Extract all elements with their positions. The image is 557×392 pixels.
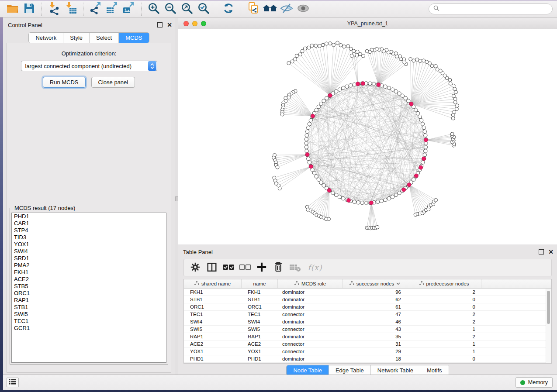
export-table-icon [106, 2, 119, 16]
mcds-result-item[interactable]: TEC1 [12, 318, 166, 325]
table-row[interactable]: STB1 STB1 dominator 62 0 [184, 296, 551, 303]
tab-node-table[interactable]: Node Table [287, 365, 329, 375]
toolbar-separator [83, 3, 83, 16]
table-row[interactable]: YOX1 YOX1 connector 29 1 [184, 348, 551, 355]
column-header[interactable]: successor nodes [343, 279, 407, 288]
table-settings-button[interactable] [188, 261, 202, 275]
refresh-view-button[interactable] [220, 2, 237, 16]
mcds-result-item[interactable]: FKH1 [12, 269, 166, 276]
node-table: shared name name MCDS role successor nod… [183, 279, 552, 364]
mcds-result-item[interactable]: CAR1 [12, 220, 166, 227]
float-panel-icon[interactable] [539, 249, 544, 254]
cell-mcds-role: dominator [278, 356, 343, 361]
mcds-result-item[interactable]: RAP1 [12, 297, 166, 304]
mcds-result-item[interactable]: ORC1 [12, 290, 166, 297]
table-row[interactable]: SWI5 SWI5 connector 43 1 [184, 326, 551, 333]
mcds-result-item[interactable]: GCR1 [12, 325, 166, 332]
close-panel-icon[interactable]: ✕ [167, 23, 172, 27]
mcds-result-item[interactable]: TID3 [12, 234, 166, 241]
mcds-result-item[interactable]: SRD1 [12, 255, 166, 262]
plus-icon [256, 262, 267, 274]
cell-mcds-role: dominator [278, 289, 343, 295]
table-row[interactable]: FKH1 FKH1 dominator 96 2 [184, 289, 551, 296]
table-row[interactable]: SWI4 SWI4 dominator 46 2 [184, 318, 551, 326]
memory-button[interactable]: Memory [515, 377, 553, 388]
cell-predecessor-nodes: 0 [407, 356, 481, 361]
column-header[interactable]: MCDS role [278, 279, 343, 288]
zoom-in-button[interactable] [145, 2, 162, 16]
create-column-button[interactable] [255, 261, 269, 275]
zoom-fit-button[interactable] [179, 2, 195, 16]
mcds-result-item[interactable]: SWI5 [12, 311, 166, 318]
scrollbar-thumb[interactable] [547, 291, 550, 324]
show-all-button[interactable] [295, 2, 311, 16]
mcds-result-item[interactable]: SWI4 [12, 248, 166, 255]
float-panel-icon[interactable] [157, 22, 163, 28]
column-header[interactable]: predecessor nodes [407, 279, 481, 288]
splitter-grip[interactable] [175, 196, 178, 201]
table-row[interactable]: ORC1 ORC1 dominator 61 0 [184, 303, 551, 311]
tab-network[interactable]: Network [29, 33, 63, 43]
mcds-result-item[interactable]: PHD1 [12, 213, 166, 220]
cell-name: ACE2 [242, 341, 278, 347]
import-table-button[interactable] [62, 2, 79, 16]
mcds-result-item[interactable]: STP4 [12, 227, 166, 234]
cell-mcds-role: dominator [278, 334, 343, 339]
delete-table-button[interactable] [288, 261, 302, 275]
deselect-all-button[interactable] [238, 261, 252, 275]
table-row[interactable]: RAP1 RAP1 dominator 35 2 [184, 333, 551, 340]
zoom-selected-button[interactable] [195, 2, 212, 16]
duplicate-network-button[interactable] [245, 2, 262, 16]
function-builder-button[interactable]: f(x) [304, 261, 325, 275]
mcds-result-item[interactable]: STB1 [12, 304, 166, 311]
table-row[interactable]: TEC1 TEC1 connector 47 2 [184, 311, 551, 318]
export-network-button[interactable] [87, 2, 104, 16]
panel-splitter[interactable] [175, 18, 178, 375]
tab-network-table[interactable]: Network Table [370, 365, 420, 375]
column-header[interactable]: name [242, 279, 278, 288]
zoom-out-button[interactable] [162, 2, 179, 16]
network-view-canvas[interactable] [178, 29, 557, 244]
optimization-criterion-select[interactable]: largest connected component (undirected) [21, 61, 157, 71]
export-table-button[interactable] [104, 2, 121, 16]
close-panel-button[interactable]: Close panel [91, 77, 135, 88]
save-button[interactable] [21, 2, 38, 16]
table-panel-titlebar: Table Panel ✕ [178, 247, 554, 257]
task-history-button[interactable] [7, 378, 19, 387]
export-image-button[interactable] [121, 2, 137, 16]
close-window-icon[interactable] [183, 21, 189, 26]
cell-mcds-role: dominator [278, 304, 343, 309]
column-header[interactable]: shared name [184, 279, 242, 288]
mcds-result-item[interactable]: PMA2 [12, 262, 166, 269]
run-mcds-button[interactable]: Run MCDS [43, 77, 86, 88]
mcds-result-item[interactable]: YOX1 [12, 241, 166, 248]
search-input[interactable] [442, 5, 548, 13]
mcds-result-item[interactable]: ACE2 [12, 276, 166, 283]
hide-selected-icon [280, 2, 294, 16]
select-all-button[interactable] [221, 261, 235, 275]
tab-motifs[interactable]: Motifs [420, 365, 449, 375]
cell-successor-nodes: 18 [343, 356, 407, 361]
tab-edge-table[interactable]: Edge Table [329, 365, 370, 375]
cell-predecessor-nodes: 2 [407, 334, 481, 339]
memory-label: Memory [528, 379, 548, 385]
tab-mcds[interactable]: MCDS [118, 33, 149, 43]
table-row[interactable]: PHD1 PHD1 dominator 18 0 [184, 355, 551, 363]
table-scrollbar[interactable] [546, 289, 551, 363]
open-file-button[interactable] [4, 2, 21, 16]
mcds-result-item[interactable]: STB5 [12, 283, 166, 290]
hide-selected-button[interactable] [278, 2, 295, 16]
minimize-window-icon[interactable] [192, 21, 197, 26]
close-panel-icon[interactable]: ✕ [548, 250, 554, 254]
cell-successor-nodes: 96 [343, 289, 407, 295]
cell-mcds-role: connector [278, 349, 343, 354]
show-column-button[interactable] [205, 261, 219, 275]
maximize-window-icon[interactable] [201, 21, 206, 26]
delete-column-button[interactable] [271, 261, 285, 275]
cell-predecessor-nodes: 1 [407, 327, 481, 332]
tab-style[interactable]: Style [63, 33, 89, 43]
tab-select[interactable]: Select [89, 33, 118, 43]
import-network-button[interactable] [46, 2, 62, 16]
table-row[interactable]: ACE2 ACE2 connector 31 1 [184, 340, 551, 348]
first-neighbors-button[interactable] [262, 2, 278, 16]
